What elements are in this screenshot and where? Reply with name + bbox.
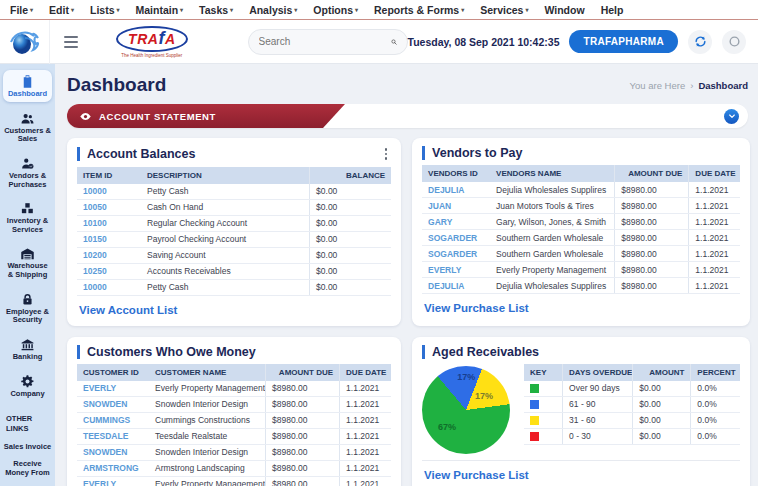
row-id-link[interactable]: EVERLY (77, 477, 149, 486)
table-cell: Regular Checking Account (141, 216, 309, 231)
aged-receivables-pie-chart: 17%17%67% (422, 366, 510, 454)
table-cell: $0.00 (309, 280, 391, 295)
menu-services[interactable]: Services▾ (480, 4, 528, 16)
search-input[interactable] (259, 36, 391, 47)
menu-maintain[interactable]: Maintain▾ (136, 4, 184, 16)
row-id-link[interactable]: SOGARDER (422, 246, 490, 261)
row-id-link[interactable]: TEESDALE (77, 429, 149, 444)
sidebar-item-customers-sales[interactable]: Customers & Sales (3, 107, 52, 147)
menu-toggle[interactable] (64, 36, 78, 48)
table-cell: 0.0% (690, 429, 740, 444)
table-cell: $8980.00 (614, 246, 688, 261)
view-purchase-list-link[interactable]: View Purchase List (422, 294, 740, 318)
row-id-link[interactable]: 10050 (77, 200, 141, 215)
view-purchase-list-link[interactable]: View Purchase List (422, 461, 740, 485)
key-color-swatch (530, 432, 539, 441)
sidebar-item-employee-security[interactable]: Employee & Security (3, 288, 52, 328)
caret-down-icon: ▾ (71, 6, 74, 13)
sidebar-item-warehouse-shipping[interactable]: Warehouse & Shipping (3, 242, 52, 282)
row-id-link[interactable]: EVERLY (422, 262, 490, 277)
table-cell: 1.1.2021 (339, 477, 391, 486)
row-id-link[interactable]: ARMSTRONG (77, 461, 149, 476)
menu-reports-forms[interactable]: Reports & Forms▾ (374, 4, 464, 16)
breadcrumb-current[interactable]: Dashboard (698, 80, 748, 91)
row-id-link[interactable]: DEJULIA (422, 182, 490, 197)
sidebar-link-receive-money[interactable]: Receive Money From (0, 455, 55, 482)
search-icon (391, 36, 397, 48)
sidebar-item-vendors-purchases[interactable]: Vendors & Purchases (3, 152, 52, 192)
breadcrumb: You are Here › Dashboard (630, 80, 748, 91)
table-row: 10000Petty Cash$0.00 (77, 184, 391, 200)
row-id-link[interactable]: JUAN (422, 198, 490, 213)
refresh-icon (694, 35, 707, 48)
datetime-label: Tuesday, 08 Sep 2021 10:42:35 (408, 36, 560, 48)
row-id-link[interactable]: SOGARDER (422, 230, 490, 245)
table-cell: Everly Property Management (149, 477, 265, 486)
menu-options[interactable]: Options▾ (313, 4, 358, 16)
collapse-toggle[interactable] (724, 109, 739, 124)
table-cell (524, 397, 562, 412)
sidebar-item-dashboard[interactable]: Dashboard (3, 70, 52, 102)
sidebar-item-company[interactable]: Company (3, 370, 52, 402)
menu-help[interactable]: Help (601, 4, 624, 16)
row-id-link[interactable]: EVERLY (77, 381, 149, 396)
account-balances-table: ITEM IDDESCRIPTIONBALANCE10000Petty Cash… (77, 167, 391, 296)
table-cell: 0.0% (690, 397, 740, 412)
table-cell: Snowden Interior Design (149, 445, 265, 460)
company-button[interactable]: TRAFAPHARMA (569, 30, 678, 53)
account-statement-bar: ACCOUNT STATEMENT (67, 104, 748, 128)
table-cell: $8980.00 (265, 381, 339, 396)
column-header: CUSTOMER NAME (149, 364, 265, 381)
column-header: DAYS OVERDUE (562, 364, 632, 381)
sidebar-item-inventory-services[interactable]: Inventory & Services (3, 197, 52, 237)
table-cell: $8980.00 (614, 198, 688, 213)
row-id-link[interactable]: GARY (422, 214, 490, 229)
row-id-link[interactable]: 10000 (77, 280, 141, 295)
row-id-link[interactable]: 10250 (77, 264, 141, 279)
row-id-link[interactable]: 10100 (77, 216, 141, 231)
table-cell: Dejulia Wholesales Supplires (490, 278, 614, 293)
table-row: 10000Petty Cash$0.00 (77, 280, 391, 296)
search-box[interactable] (248, 29, 408, 55)
row-id-link[interactable]: CUMMINGS (77, 413, 149, 428)
table-cell: $0.00 (632, 397, 690, 412)
row-id-link[interactable]: 10000 (77, 184, 141, 199)
menu-lists[interactable]: Lists▾ (90, 4, 120, 16)
sidebar-link-sales-invoice[interactable]: Sales Invoice (0, 438, 55, 455)
sidebar-item-banking[interactable]: Banking (3, 333, 52, 365)
row-id-link[interactable]: DEJULIA (422, 278, 490, 293)
page-title: Dashboard (67, 74, 166, 96)
table-cell: 1.1.2021 (339, 461, 391, 476)
kebab-menu[interactable] (381, 146, 392, 162)
table-row: SOGARDERSouthern Garden Wholesale$8980.0… (422, 230, 740, 246)
breadcrumb-separator: › (690, 80, 693, 91)
row-id-link[interactable]: SNOWDEN (77, 445, 149, 460)
other-links-heading: OTHER LINKS (0, 406, 55, 438)
table-cell: $0.00 (309, 200, 391, 215)
table-row: DEJULIADejulia Wholesales Supplires$8980… (422, 278, 740, 294)
table-cell: 0.0% (690, 413, 740, 428)
column-header: AMOUNT DUE (265, 364, 339, 381)
table-header: CUSTOMER IDCUSTOMER NAMEAMOUNT DUEDUE DA… (77, 364, 391, 381)
customers-icon (20, 111, 35, 126)
menu-tasks[interactable]: Tasks▾ (199, 4, 233, 16)
brand-tagline: The Health Ingredient Supplier (121, 53, 182, 58)
menu-edit[interactable]: Edit▾ (49, 4, 74, 16)
row-id-link[interactable]: 10150 (77, 232, 141, 247)
menu-window[interactable]: Window (544, 4, 584, 16)
table-row: ARMSTRONGArmstrong Landscaping$8980.001.… (77, 461, 391, 477)
table-cell: Everly Property Management (490, 262, 614, 277)
power-button[interactable] (722, 30, 746, 54)
menu-analysis[interactable]: Analysis▾ (249, 4, 297, 16)
table-cell: 1.1.2021 (688, 246, 740, 261)
table-cell: $8980.00 (265, 445, 339, 460)
table-cell: Teesdale Realstate (149, 429, 265, 444)
refresh-button[interactable] (688, 30, 712, 54)
table-row: 31 - 60$0.000.0% (524, 413, 740, 429)
row-id-link[interactable]: SNOWDEN (77, 397, 149, 412)
row-id-link[interactable]: 10200 (77, 248, 141, 263)
view-account-list-link[interactable]: View Account List (77, 296, 391, 320)
customers-owe-table: CUSTOMER IDCUSTOMER NAMEAMOUNT DUEDUE DA… (77, 364, 391, 486)
menu-file[interactable]: File▾ (10, 4, 33, 16)
lock-icon (20, 292, 35, 307)
